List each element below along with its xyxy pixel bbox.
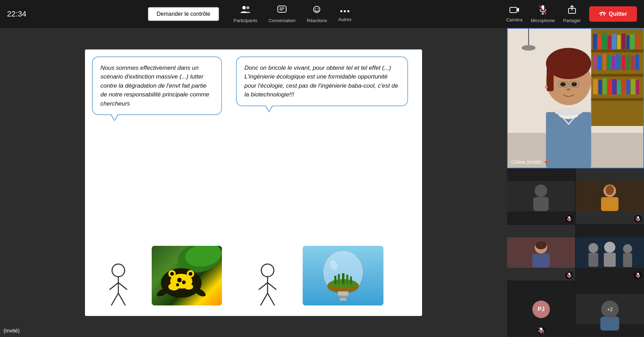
thumbnail-5: PJ (507, 281, 575, 337)
svg-line-24 (118, 283, 127, 290)
svg-rect-75 (630, 34, 635, 49)
svg-line-44 (259, 283, 268, 290)
svg-rect-74 (626, 35, 630, 49)
svg-rect-66 (591, 98, 643, 101)
svg-rect-84 (626, 55, 631, 70)
others-button[interactable]: Autres (338, 6, 351, 22)
main-area: Nous sommes effectivement dans un scénar… (0, 28, 644, 337)
svg-point-42 (261, 264, 274, 277)
bulb-image (303, 246, 383, 305)
microphone-label: Microphone (531, 18, 555, 23)
svg-rect-71 (612, 34, 617, 49)
svg-rect-92 (617, 81, 621, 95)
svg-line-23 (110, 283, 118, 290)
right-panel: Céline (Invité) 📌 (507, 28, 644, 337)
svg-point-35 (176, 283, 179, 286)
svg-rect-58 (339, 296, 347, 298)
svg-point-105 (560, 82, 566, 86)
frog-image (152, 246, 222, 305)
svg-line-46 (261, 293, 268, 305)
svg-line-19 (601, 14, 602, 15)
svg-point-111 (555, 109, 583, 116)
thumbnail-1 (507, 168, 575, 224)
conversation-icon (277, 5, 287, 16)
svg-point-106 (571, 82, 577, 86)
mute-icon-3 (565, 271, 573, 279)
svg-rect-53 (338, 274, 340, 284)
thumbnail-4 (576, 225, 644, 281)
mute-icon-4 (634, 271, 642, 279)
svg-rect-11 (510, 7, 517, 13)
share-button[interactable]: Partager (563, 5, 581, 23)
svg-point-10 (347, 10, 349, 12)
svg-rect-57 (338, 291, 348, 296)
svg-rect-122 (601, 197, 619, 211)
svg-rect-52 (334, 276, 336, 284)
svg-rect-114 (533, 197, 549, 211)
right-controls: Caméra Microphone (506, 5, 637, 23)
conversation-button[interactable]: Conversation (269, 5, 296, 23)
svg-rect-67 (593, 34, 597, 49)
others-icon (340, 6, 350, 15)
thumbnail-3 (507, 225, 575, 281)
stick-figure-left (103, 263, 134, 309)
svg-point-107 (566, 88, 571, 91)
svg-rect-93 (622, 79, 626, 95)
svg-rect-56 (350, 276, 352, 284)
svg-rect-73 (622, 34, 626, 49)
svg-rect-80 (607, 55, 611, 70)
svg-line-45 (268, 283, 276, 290)
svg-rect-94 (626, 80, 630, 95)
svg-rect-139 (623, 253, 632, 267)
plus-two-badge: +2 (601, 301, 619, 318)
svg-rect-64 (591, 49, 643, 52)
mute-icon-1 (565, 215, 573, 223)
mute-icon-2 (634, 215, 642, 223)
quit-button[interactable]: Quitter (589, 6, 637, 22)
svg-rect-135 (589, 253, 598, 267)
svg-rect-69 (602, 33, 607, 49)
svg-rect-90 (607, 80, 611, 95)
reactions-button[interactable]: Réactions (307, 5, 327, 23)
pin-icon: 📌 (544, 160, 549, 164)
svg-rect-89 (603, 79, 607, 95)
main-video-name: Céline (Invité) (511, 159, 541, 165)
bubble-left-text: Nous sommes effectivement dans un scénar… (100, 65, 209, 107)
others-label: Autres (338, 17, 351, 22)
time-display: 22:34 (7, 9, 28, 19)
svg-point-136 (604, 242, 616, 253)
svg-rect-55 (346, 275, 348, 284)
reactions-icon (312, 5, 322, 16)
pj-initials: PJ (538, 306, 545, 312)
svg-rect-54 (342, 273, 344, 284)
svg-rect-129 (532, 254, 550, 268)
svg-point-138 (623, 244, 632, 253)
main-video: Céline (Invité) 📌 (507, 28, 644, 168)
plus-two-label: +2 (607, 306, 613, 312)
svg-rect-70 (607, 36, 611, 49)
svg-point-128 (535, 241, 547, 249)
svg-point-33 (177, 278, 182, 282)
participants-label: Participants (234, 18, 257, 23)
svg-point-21 (112, 264, 125, 277)
request-control-button[interactable]: Demander le contrôle (147, 7, 219, 21)
bubble-right-text: Donc on bricole le vivant, pour obtenir … (244, 65, 398, 98)
thumbnail-grid: PJ (507, 168, 644, 337)
microphone-icon (539, 5, 547, 17)
svg-rect-150 (600, 317, 619, 331)
slide-container: Nous sommes effectivement dans un scénar… (85, 49, 422, 316)
invite-label: (Invité) (4, 328, 20, 333)
svg-rect-59 (340, 298, 346, 301)
microphone-button[interactable]: Microphone (531, 5, 555, 23)
svg-rect-137 (604, 253, 616, 267)
svg-rect-76 (635, 36, 639, 49)
svg-rect-95 (631, 79, 635, 95)
svg-line-47 (268, 293, 275, 305)
presentation-area: Nous sommes effectivement dans un scénar… (0, 28, 507, 337)
svg-rect-72 (617, 35, 621, 49)
camera-button[interactable]: Caméra (506, 6, 522, 22)
svg-rect-82 (616, 54, 621, 70)
svg-rect-87 (593, 79, 598, 95)
pj-avatar: PJ (532, 301, 550, 318)
participants-button[interactable]: Participants (234, 5, 257, 23)
